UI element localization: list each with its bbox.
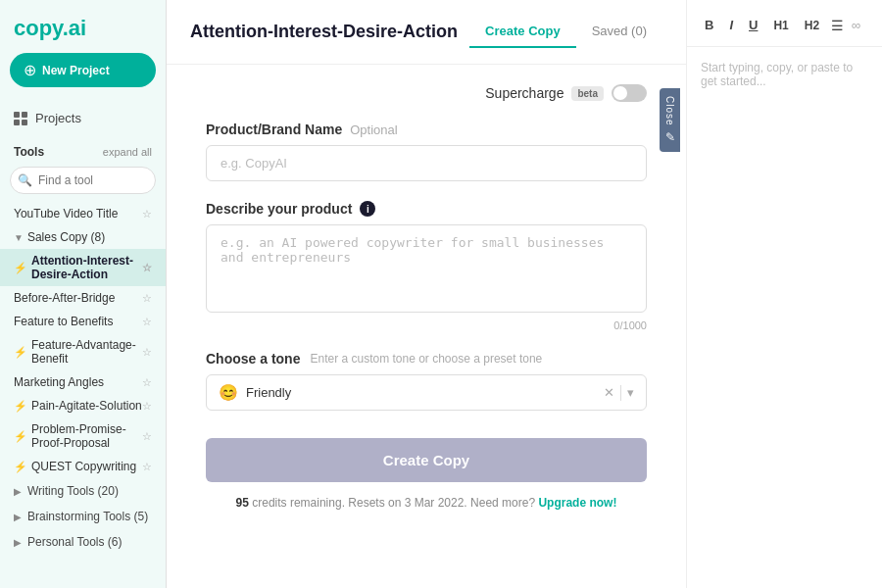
tool-label: Marketing Angles bbox=[14, 375, 142, 389]
brainstorming-tools-header[interactable]: ▶ Brainstorming Tools (5) bbox=[0, 504, 166, 529]
arrow-icon: ▶ bbox=[14, 486, 22, 497]
tone-selected-value: 😊 Friendly bbox=[219, 383, 291, 402]
beta-badge: beta bbox=[571, 86, 604, 101]
tool-item-fab[interactable]: ⚡ Feature-Advantage-Benefit ☆ bbox=[0, 333, 166, 370]
search-box: 🔍 bbox=[10, 167, 156, 194]
youtube-tool-item[interactable]: YouTube Video Title ☆ bbox=[0, 202, 166, 225]
search-icon: 🔍 bbox=[18, 173, 32, 187]
lightning-icon: ⚡ bbox=[14, 346, 27, 359]
page-title: Attention-Interest-Desire-Action bbox=[190, 22, 458, 42]
logo-text: copy.ai bbox=[14, 16, 86, 40]
star-icon: ☆ bbox=[142, 400, 152, 413]
tool-item-ftb[interactable]: Feature to Benefits ☆ bbox=[0, 310, 166, 333]
star-icon: ☆ bbox=[142, 316, 152, 328]
lightning-icon: ⚡ bbox=[14, 400, 27, 413]
tabs: Create Copy Saved (0) bbox=[469, 16, 662, 48]
link-button[interactable]: ∞ bbox=[852, 18, 860, 32]
tool-label: Before-After-Bridge bbox=[14, 291, 142, 305]
tool-item-bab[interactable]: Before-After-Bridge ☆ bbox=[0, 286, 166, 310]
sales-copy-label: Sales Copy (8) bbox=[27, 230, 105, 244]
h1-button[interactable]: H1 bbox=[769, 17, 792, 34]
logo-copy: copy bbox=[14, 16, 63, 40]
tool-item-pas[interactable]: ⚡ Pain-Agitate-Solution ☆ bbox=[0, 394, 166, 417]
tone-label: Choose a tone bbox=[206, 351, 300, 367]
footer-text: credits remaining. Resets on 3 Mar 2022.… bbox=[252, 496, 535, 510]
expand-all-button[interactable]: expand all bbox=[103, 146, 152, 158]
divider bbox=[620, 385, 621, 401]
editor-placeholder: Start typing, copy, or paste to get star… bbox=[687, 47, 882, 588]
lightning-icon: ⚡ bbox=[14, 461, 27, 473]
footer-note: 95 credits remaining. Resets on 3 Mar 20… bbox=[206, 496, 647, 510]
star-icon: ☆ bbox=[142, 262, 152, 274]
logo: copy.ai bbox=[0, 0, 166, 53]
star-icon: ☆ bbox=[142, 292, 152, 305]
tone-name: Friendly bbox=[246, 385, 291, 400]
tone-emoji: 😊 bbox=[219, 383, 238, 402]
italic-button[interactable]: I bbox=[725, 16, 737, 34]
brainstorming-tools-label: Brainstorming Tools (5) bbox=[27, 510, 148, 523]
sales-copy-section-header[interactable]: ▼ Sales Copy (8) bbox=[0, 225, 166, 249]
product-brand-input[interactable] bbox=[206, 145, 647, 181]
close-panel-label: Close bbox=[664, 96, 675, 126]
personal-tools-label: Personal Tools (6) bbox=[27, 535, 122, 549]
supercharge-label: Supercharge bbox=[485, 85, 564, 101]
tool-item-quest[interactable]: ⚡ QUEST Copywriting ☆ bbox=[0, 455, 166, 478]
tool-item-aida[interactable]: ⚡ Attention-Interest-Desire-Action ☆ bbox=[0, 249, 166, 286]
list-button[interactable]: ☰ bbox=[831, 18, 844, 33]
tone-actions: ✕ ▾ bbox=[604, 385, 634, 401]
tone-chevron-icon[interactable]: ▾ bbox=[627, 385, 634, 400]
describe-label-text: Describe your product bbox=[206, 201, 352, 217]
lightning-icon: ⚡ bbox=[14, 430, 27, 443]
star-icon: ☆ bbox=[142, 346, 152, 359]
youtube-tool-label: YouTube Video Title bbox=[14, 207, 118, 220]
tone-field: Choose a tone Enter a custom tone or cho… bbox=[206, 351, 647, 411]
bold-button[interactable]: B bbox=[701, 16, 717, 34]
tool-label: QUEST Copywriting bbox=[31, 460, 142, 473]
projects-label: Projects bbox=[35, 111, 81, 125]
tone-clear-icon[interactable]: ✕ bbox=[604, 385, 614, 400]
right-panel: Close ✎ B I U H1 H2 ☰ ∞ Start typing, co… bbox=[686, 0, 882, 588]
tone-hint: Enter a custom tone or choose a preset t… bbox=[310, 352, 542, 366]
tools-label: Tools bbox=[14, 145, 44, 159]
tool-label: Feature-Advantage-Benefit bbox=[31, 338, 142, 366]
h2-button[interactable]: H2 bbox=[801, 17, 823, 34]
new-project-button[interactable]: ⊕ New Project bbox=[10, 53, 156, 87]
writing-tools-header[interactable]: ▶ Writing Tools (20) bbox=[0, 478, 166, 504]
star-icon: ☆ bbox=[142, 376, 152, 389]
product-brand-label: Product/Brand Name Optional bbox=[206, 122, 647, 137]
tool-label: Pain-Agitate-Solution bbox=[31, 399, 142, 413]
tool-item-pppp[interactable]: ⚡ Problem-Promise-Proof-Proposal ☆ bbox=[0, 417, 166, 455]
supercharge-row: Supercharge beta bbox=[206, 84, 647, 102]
info-icon[interactable]: i bbox=[360, 201, 375, 217]
tool-label: Problem-Promise-Proof-Proposal bbox=[31, 422, 142, 450]
top-bar: Attention-Interest-Desire-Action Create … bbox=[167, 0, 686, 65]
grid-icon bbox=[14, 112, 27, 125]
create-copy-button[interactable]: Create Copy bbox=[206, 438, 647, 482]
tool-label: Feature to Benefits bbox=[14, 315, 142, 328]
upgrade-button[interactable]: Upgrade now! bbox=[538, 496, 616, 510]
tone-row: Choose a tone Enter a custom tone or cho… bbox=[206, 351, 647, 367]
logo-ai: .ai bbox=[63, 16, 86, 40]
projects-link[interactable]: Projects bbox=[14, 105, 152, 131]
tone-select[interactable]: 😊 Friendly ✕ ▾ bbox=[206, 374, 647, 411]
close-panel-button[interactable]: Close ✎ bbox=[660, 88, 680, 152]
tool-label: Attention-Interest-Desire-Action bbox=[31, 254, 142, 281]
credits-count: 95 bbox=[236, 496, 249, 510]
personal-tools-header[interactable]: ▶ Personal Tools (6) bbox=[0, 529, 166, 555]
underline-button[interactable]: U bbox=[745, 16, 761, 34]
editor-toolbar: B I U H1 H2 ☰ ∞ bbox=[687, 0, 882, 47]
plus-icon: ⊕ bbox=[24, 61, 36, 79]
describe-textarea[interactable] bbox=[206, 224, 647, 313]
describe-label: Describe your product i bbox=[206, 201, 647, 217]
arrow-icon: ▶ bbox=[14, 537, 22, 548]
arrow-icon: ▶ bbox=[14, 512, 22, 522]
tab-create-copy[interactable]: Create Copy bbox=[469, 16, 576, 48]
supercharge-toggle[interactable] bbox=[612, 84, 647, 102]
tab-saved[interactable]: Saved (0) bbox=[576, 16, 662, 48]
star-icon: ☆ bbox=[142, 208, 152, 220]
lightning-icon: ⚡ bbox=[14, 262, 27, 274]
describe-product-field: Describe your product i 0/1000 bbox=[206, 201, 647, 331]
star-icon: ☆ bbox=[142, 461, 152, 473]
sidebar: copy.ai ⊕ New Project Projects Tools exp… bbox=[0, 0, 167, 588]
tool-item-ma[interactable]: Marketing Angles ☆ bbox=[0, 370, 166, 394]
